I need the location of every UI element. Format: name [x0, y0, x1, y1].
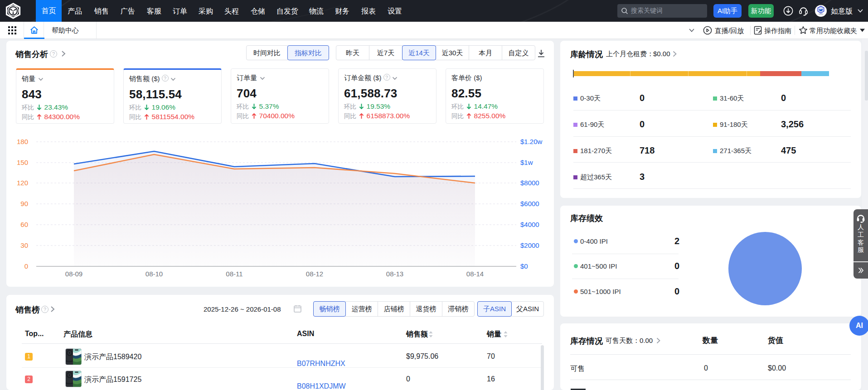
svg-text:60: 60 [20, 221, 28, 228]
svg-text:$1.20w: $1.20w [520, 138, 543, 145]
svg-text:90: 90 [20, 200, 28, 207]
svg-text:08-11: 08-11 [226, 270, 242, 278]
svg-text:08-10: 08-10 [145, 270, 163, 278]
svg-text:08-14: 08-14 [466, 270, 484, 278]
svg-text:$6000: $6000 [520, 200, 539, 207]
svg-text:0: 0 [24, 262, 28, 270]
svg-text:08-09: 08-09 [65, 270, 82, 278]
svg-text:120: 120 [17, 179, 28, 187]
svg-text:$0: $0 [520, 262, 528, 270]
svg-text:$2000: $2000 [520, 241, 539, 249]
svg-text:150: 150 [17, 159, 28, 166]
svg-text:$1w: $1w [520, 159, 533, 166]
svg-text:30: 30 [20, 241, 28, 249]
svg-text:08-12: 08-12 [306, 270, 323, 278]
svg-text:180: 180 [17, 138, 28, 145]
svg-text:$4000: $4000 [520, 221, 539, 228]
svg-text:$8000: $8000 [520, 179, 539, 187]
svg-text:08-13: 08-13 [386, 270, 403, 278]
